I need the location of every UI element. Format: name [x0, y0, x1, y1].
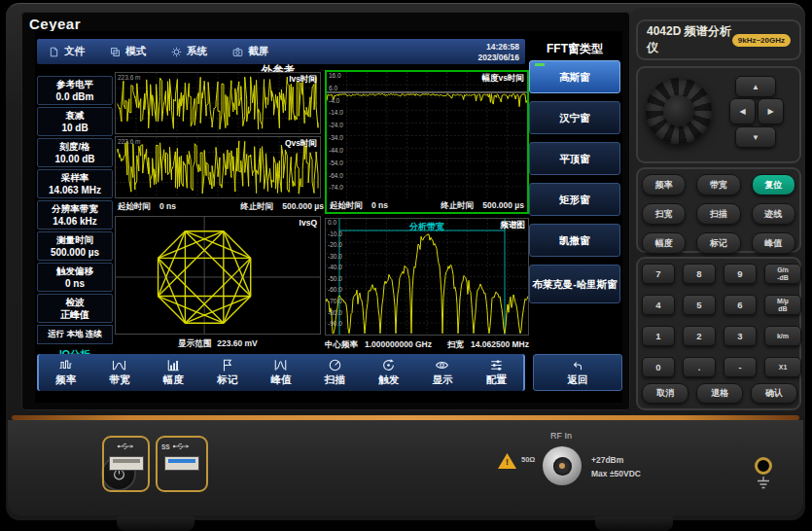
- toolbar-label: 频率: [55, 373, 76, 387]
- readout-label: 检波: [38, 296, 112, 308]
- key-decimal[interactable]: .: [683, 357, 716, 377]
- arrow-down-key[interactable]: ▼: [735, 126, 776, 148]
- key-unit-M[interactable]: M/µdB: [764, 295, 801, 315]
- q-vs-time-plot[interactable]: 223.6 m Qvs时间: [115, 136, 321, 198]
- readout-value: 10.00 dB: [38, 153, 112, 165]
- key-label: 2: [696, 331, 701, 341]
- key-amplitude[interactable]: 幅度: [642, 232, 686, 254]
- readout-scale-div: 刻度/格10.00 dB: [37, 138, 113, 167]
- key-unit-G[interactable]: G/n-dB: [764, 264, 801, 284]
- key-bandwidth[interactable]: 带宽: [696, 174, 740, 195]
- bottom-toolbar: 频率 带宽 幅度 标记 峰值 扫描 触发 显示 配置: [37, 354, 525, 391]
- key-trace[interactable]: 迹线: [752, 203, 795, 225]
- key-reset[interactable]: 复位: [752, 174, 795, 195]
- key-3[interactable]: 3: [724, 326, 757, 346]
- iq-plot-title: IvsQ: [300, 218, 317, 228]
- key-frequency[interactable]: 频率: [642, 174, 686, 195]
- toolbar-sweep[interactable]: 扫描: [308, 354, 362, 391]
- key-span[interactable]: 扫宽: [642, 203, 686, 225]
- menu-item-file[interactable]: 文件: [49, 45, 85, 58]
- readout-label: 衰减: [38, 109, 112, 122]
- arrow-right-key[interactable]: ▶: [758, 98, 784, 124]
- center-freq-label: 中心频率: [325, 339, 358, 351]
- key-9[interactable]: 9: [724, 264, 757, 284]
- toolbar-config[interactable]: 配置: [470, 354, 523, 391]
- key-6[interactable]: 6: [724, 295, 757, 315]
- menu-item-screenshot[interactable]: 截屏: [232, 45, 268, 58]
- key-backspace[interactable]: 退格: [696, 383, 743, 404]
- arrow-up-key[interactable]: ▲: [735, 76, 776, 97]
- key-label: 3: [737, 331, 742, 341]
- y-tick: -34.0: [329, 135, 343, 142]
- key-minus[interactable]: -: [724, 357, 757, 377]
- key-0[interactable]: 0: [642, 357, 675, 377]
- ss-usb-icon: [171, 442, 193, 451]
- toolbar-bandwidth[interactable]: 带宽: [92, 354, 146, 391]
- eye-icon: [435, 358, 449, 372]
- fft-btn-rect[interactable]: 矩形窗: [529, 183, 620, 216]
- usb-port-a: [102, 436, 150, 492]
- back-button[interactable]: 返回: [533, 354, 622, 391]
- y-tick: -60.0: [328, 287, 342, 294]
- key-1[interactable]: 1: [642, 326, 675, 346]
- readout-value: 正峰值: [38, 308, 112, 321]
- fft-btn-gaussian[interactable]: 高斯窗: [529, 60, 620, 93]
- mode-icon: [110, 47, 121, 57]
- i-vs-time-plot[interactable]: 223.6 m Ivs时间: [115, 72, 321, 134]
- display-range-label: 显示范围: [178, 338, 211, 348]
- readout-meas-time: 测量时间500.000 µs: [37, 231, 113, 261]
- fft-btn-label: 矩形窗: [559, 194, 590, 205]
- toolbar-label: 触发: [378, 373, 399, 387]
- readout-rbw: 分辨率带宽14.06 kHz: [37, 200, 113, 230]
- start-time-value: 0 ns: [159, 201, 176, 213]
- rotary-knob[interactable]: [646, 78, 712, 144]
- stop-time-value: 500.000 µs: [482, 200, 524, 212]
- constellation-plot[interactable]: IvsQ: [115, 216, 321, 335]
- key-unit-k[interactable]: k/m: [764, 326, 801, 346]
- readout-label: 采样率: [38, 171, 112, 184]
- key-cancel[interactable]: 取消: [642, 383, 688, 404]
- span-label: 扫宽: [447, 339, 464, 351]
- toolbar-amplitude[interactable]: 幅度: [147, 354, 200, 391]
- menu-item-label: 模式: [125, 45, 146, 58]
- menu-item-mode[interactable]: 模式: [110, 45, 146, 58]
- time: 14:26:58: [477, 42, 519, 53]
- key-5[interactable]: 5: [683, 295, 716, 315]
- key-x1[interactable]: X1: [764, 357, 801, 377]
- toolbar-marker[interactable]: 标记: [200, 354, 254, 391]
- spectrum-plot[interactable]: 0.0-10.0-20.0-30.0-40.0-50.0-60.0-70.0-8…: [325, 218, 529, 336]
- rf-in-label: RF In: [541, 431, 582, 441]
- frequency-range-badge: 9kHz~20GHz: [732, 34, 791, 47]
- key-2[interactable]: 2: [683, 326, 716, 346]
- key-sweep[interactable]: 扫描: [696, 203, 740, 225]
- fft-window-menu: 高斯窗 汉宁窗 平顶窗 矩形窗 凯撒窗 布莱克曼-哈里斯窗: [529, 60, 620, 311]
- key-label: -: [738, 362, 741, 372]
- menu-item-system[interactable]: 系统: [171, 45, 207, 58]
- toolbar-peak[interactable]: 峰值: [254, 354, 307, 391]
- key-8[interactable]: 8: [683, 264, 716, 284]
- key-7[interactable]: 7: [642, 264, 675, 284]
- file-icon: [49, 47, 59, 57]
- key-marker[interactable]: 标记: [696, 232, 740, 254]
- key-confirm[interactable]: 确认: [751, 383, 797, 404]
- key-label: 5: [696, 300, 701, 310]
- toolbar-display[interactable]: 显示: [415, 354, 469, 391]
- amplitude-vs-time-window[interactable]: 16.06.0-4.0-14.0-24.0-34.0-44.0-54.0-64.…: [325, 70, 529, 214]
- max-power-label: +27dBm: [591, 453, 641, 467]
- key-label: 标记: [710, 237, 727, 250]
- key-4[interactable]: 4: [642, 295, 675, 315]
- y-tick: -4.0: [329, 98, 343, 105]
- fft-btn-kaiser[interactable]: 凯撒窗: [529, 224, 620, 257]
- toolbar-frequency[interactable]: 频率: [39, 354, 92, 391]
- plot-area: 223.6 m Ivs时间 223.6 m Qvs时间 起始时间0 ns 终止时…: [115, 70, 529, 354]
- arrow-left-key[interactable]: ◀: [729, 98, 756, 124]
- key-peak[interactable]: 峰值: [752, 232, 795, 254]
- fft-btn-blackman-harris[interactable]: 布莱克曼-哈里斯窗: [529, 265, 620, 303]
- readout-sample-rate: 采样率14.063 MHz: [37, 169, 113, 198]
- sliders-icon: [489, 358, 504, 372]
- fft-btn-flattop[interactable]: 平顶窗: [529, 142, 620, 175]
- key-label: 确认: [765, 387, 783, 400]
- toolbar-label: 标记: [217, 373, 237, 387]
- fft-btn-hanning[interactable]: 汉宁窗: [529, 101, 620, 134]
- toolbar-trigger[interactable]: 触发: [362, 354, 415, 391]
